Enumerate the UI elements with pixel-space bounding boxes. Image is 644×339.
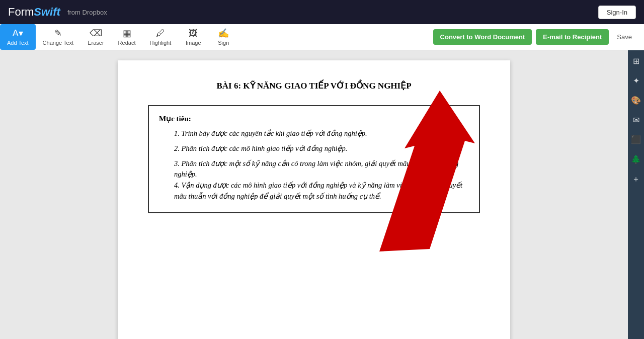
header-right: Sign-In	[598, 6, 636, 19]
image-label: Image	[186, 40, 201, 46]
redact-button[interactable]: ▦ Redact	[111, 24, 143, 50]
muc-tieu-title: Mục tiêu:	[159, 114, 469, 123]
highlight-label: Highlight	[149, 40, 171, 46]
document-title: BÀI 6: KỸ NĂNG GIAO TIẾP VỚI ĐỒNG NGHIỆP	[148, 80, 480, 91]
eraser-button[interactable]: ⌫ Eraser	[80, 24, 111, 50]
list-item: 1. Trình bày được các nguyên tắc khi gia…	[174, 128, 469, 139]
change-text-icon: ✎	[54, 29, 62, 38]
muc-tieu-box: Mục tiêu: 1. Trình bày được các nguyên t…	[148, 105, 480, 213]
save-button[interactable]: Save	[613, 31, 636, 43]
action-bar: A▾ Add Text ✎ Change Text ⌫ Eraser ▦ Red…	[0, 24, 644, 50]
plus-icon[interactable]: ＋	[630, 172, 642, 187]
toolbar-right: Convert to Word Document E-mail to Recip…	[433, 29, 640, 45]
grid-icon[interactable]: ⊞	[631, 54, 641, 68]
change-text-label: Change Text	[43, 40, 74, 46]
right-sidebar: ⊞ ✦ 🎨 ✉ ⬛ 🌲 ＋	[628, 50, 644, 339]
add-text-label: Add Text	[7, 40, 29, 46]
list-item: 4. Vận dụng được các mô hình giao tiếp v…	[174, 180, 469, 202]
change-text-button[interactable]: ✎ Change Text	[36, 24, 81, 50]
from-dropbox-label: from Dropbox	[67, 9, 107, 16]
tree-icon[interactable]: 🌲	[629, 152, 643, 166]
content-area: BÀI 6: KỸ NĂNG GIAO TIẾP VỚI ĐỒNG NGHIỆP…	[0, 50, 628, 339]
star-icon[interactable]: ✦	[631, 74, 641, 88]
redact-icon: ▦	[123, 29, 131, 38]
highlight-button[interactable]: 🖊 Highlight	[142, 24, 178, 50]
main-area: BÀI 6: KỸ NĂNG GIAO TIẾP VỚI ĐỒNG NGHIỆP…	[0, 50, 644, 339]
toolbar: A▾ Add Text ✎ Change Text ⌫ Eraser ▦ Red…	[0, 24, 238, 50]
eraser-label: Eraser	[88, 40, 104, 46]
list-item: 3. Phân tích được một số kỹ năng cần có …	[174, 158, 469, 181]
eraser-icon: ⌫	[90, 29, 102, 38]
logo-form-text: Form	[8, 6, 34, 18]
email-to-recipient-button[interactable]: E-mail to Recipient	[536, 29, 609, 45]
sign-in-button[interactable]: Sign-In	[598, 6, 636, 19]
highlight-icon: 🖊	[156, 29, 165, 38]
list-item: 2. Phân tích được các mô hình giao tiếp …	[174, 143, 469, 154]
document-page: BÀI 6: KỸ NĂNG GIAO TIẾP VỚI ĐỒNG NGHIỆP…	[118, 60, 510, 339]
image-button[interactable]: 🖼 Image	[178, 24, 208, 50]
logo-swift-text: Swift	[34, 6, 60, 18]
header: FormSwift from Dropbox Sign-In	[0, 0, 644, 24]
palette-icon[interactable]: 🎨	[629, 94, 643, 107]
logo: FormSwift	[8, 6, 60, 19]
image-icon: 🖼	[189, 29, 198, 38]
add-text-icon: A▾	[13, 29, 23, 38]
convert-to-word-button[interactable]: Convert to Word Document	[433, 29, 532, 45]
add-text-button[interactable]: A▾ Add Text	[0, 24, 36, 50]
redact-label: Redact	[118, 40, 136, 46]
logo-area: FormSwift from Dropbox	[8, 6, 107, 19]
sign-label: Sign	[218, 40, 229, 46]
sign-button[interactable]: ✍ Sign	[208, 24, 238, 50]
square-icon[interactable]: ⬛	[629, 133, 643, 146]
sign-icon: ✍	[218, 29, 229, 38]
mail-icon[interactable]: ✉	[631, 113, 641, 127]
